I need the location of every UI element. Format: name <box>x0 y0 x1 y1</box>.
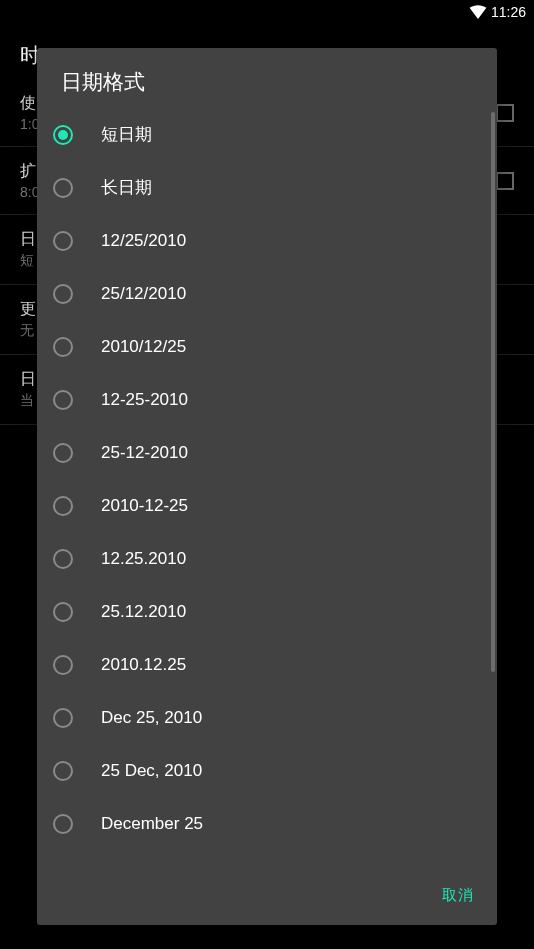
radio-icon <box>53 231 73 251</box>
settings-item-title: 更 <box>20 299 36 320</box>
date-format-dialog: 日期格式 短日期长日期12/25/201025/12/20102010/12/2… <box>37 48 497 925</box>
radio-label: 12/25/2010 <box>101 231 186 251</box>
settings-item-title: 日 <box>20 369 36 390</box>
radio-option[interactable]: 短日期 <box>37 108 487 161</box>
radio-icon <box>53 602 73 622</box>
radio-label: 短日期 <box>101 123 152 146</box>
radio-label: Dec 25, 2010 <box>101 708 202 728</box>
radio-label: 长日期 <box>101 176 152 199</box>
radio-label: 2010-12-25 <box>101 496 188 516</box>
radio-option[interactable]: 25-12-2010 <box>37 426 487 479</box>
dialog-option-list[interactable]: 短日期长日期12/25/201025/12/20102010/12/2512-2… <box>37 108 497 868</box>
radio-icon <box>53 549 73 569</box>
radio-label: 25.12.2010 <box>101 602 186 622</box>
radio-icon <box>53 390 73 410</box>
radio-label: 12-25-2010 <box>101 390 188 410</box>
scrollbar[interactable] <box>491 112 495 672</box>
radio-icon <box>53 708 73 728</box>
wifi-icon <box>469 5 487 19</box>
settings-item-subtitle: 当 <box>20 392 36 410</box>
radio-option[interactable]: 12.25.2010 <box>37 532 487 585</box>
settings-item-subtitle: 无 <box>20 322 36 340</box>
radio-option[interactable]: 25.12.2010 <box>37 585 487 638</box>
cancel-button[interactable]: 取消 <box>428 876 487 915</box>
radio-option[interactable]: 12-25-2010 <box>37 373 487 426</box>
radio-label: 25 Dec, 2010 <box>101 761 202 781</box>
status-bar: 11:26 <box>0 0 534 24</box>
radio-icon <box>53 761 73 781</box>
radio-label: December 25 <box>101 814 203 834</box>
radio-icon <box>53 443 73 463</box>
settings-item-subtitle: 短 <box>20 252 36 270</box>
radio-label: 2010/12/25 <box>101 337 186 357</box>
radio-option[interactable]: December 25 <box>37 797 487 850</box>
dialog-actions: 取消 <box>37 868 497 925</box>
status-time: 11:26 <box>491 4 526 20</box>
radio-label: 25-12-2010 <box>101 443 188 463</box>
radio-option[interactable]: 25/12/2010 <box>37 267 487 320</box>
radio-icon <box>53 178 73 198</box>
radio-icon <box>53 284 73 304</box>
radio-icon <box>53 337 73 357</box>
radio-option[interactable]: 长日期 <box>37 161 487 214</box>
dialog-title: 日期格式 <box>37 48 497 108</box>
radio-option[interactable]: 12/25/2010 <box>37 214 487 267</box>
checkbox[interactable] <box>496 172 514 190</box>
radio-icon <box>53 655 73 675</box>
radio-icon <box>53 814 73 834</box>
checkbox[interactable] <box>496 104 514 122</box>
radio-option[interactable]: Dec 25, 2010 <box>37 691 487 744</box>
radio-icon <box>53 496 73 516</box>
radio-label: 25/12/2010 <box>101 284 186 304</box>
radio-option[interactable]: 25 Dec, 2010 <box>37 744 487 797</box>
radio-option[interactable]: 2010/12/25 <box>37 320 487 373</box>
radio-label: 2010.12.25 <box>101 655 186 675</box>
radio-label: 12.25.2010 <box>101 549 186 569</box>
radio-icon <box>53 125 73 145</box>
radio-option[interactable]: 2010.12.25 <box>37 638 487 691</box>
settings-item-title: 日 <box>20 229 36 250</box>
radio-option[interactable]: 2010-12-25 <box>37 479 487 532</box>
